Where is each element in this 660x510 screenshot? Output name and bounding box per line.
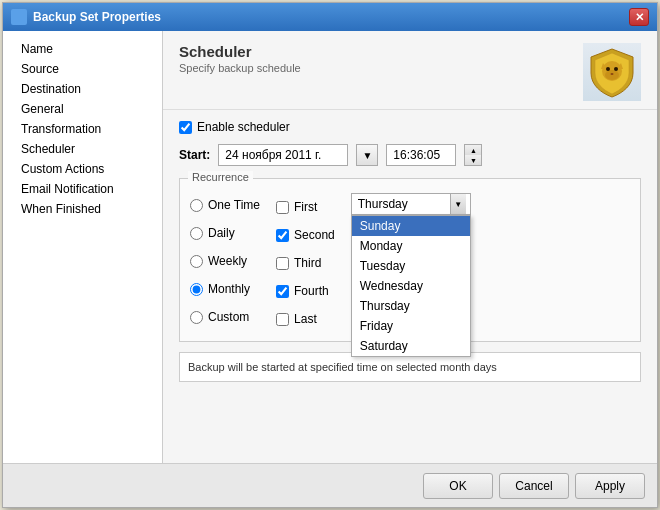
svg-point-6 <box>614 67 618 71</box>
day-dropdown-list: Sunday Monday Tuesday Wednesday Thursday… <box>351 215 471 357</box>
recurrence-body: One Time Daily Weekly <box>190 193 630 331</box>
checkbox-last[interactable] <box>276 313 289 326</box>
shield-icon <box>583 43 641 101</box>
sidebar-item-scheduler[interactable]: Scheduler <box>3 139 162 159</box>
main-window: Backup Set Properties ✕ NameSourceDestin… <box>2 2 658 508</box>
sidebar-item-transformation[interactable]: Transformation <box>3 119 162 139</box>
day-dropdown[interactable]: Thursday ▼ <box>351 193 471 215</box>
close-button[interactable]: ✕ <box>629 8 649 26</box>
checkbox-row-last: Last <box>276 307 335 331</box>
start-label: Start: <box>179 148 210 162</box>
recurrence-dropdown-column: Thursday ▼ Sunday Monday Tuesday Wednesd… <box>351 193 471 331</box>
main-panel: Scheduler Specify backup schedule <box>163 31 657 463</box>
radio-row-custom: Custom <box>190 305 260 329</box>
sidebar-item-custom-actions[interactable]: Custom Actions <box>3 159 162 179</box>
dropdown-item-friday[interactable]: Friday <box>352 316 470 336</box>
time-spinner: ▲ ▼ <box>464 144 482 166</box>
panel-header: Scheduler Specify backup schedule <box>163 31 657 110</box>
dropdown-item-wednesday[interactable]: Wednesday <box>352 276 470 296</box>
start-row: Start: 24 ноября 2011 г. ▼ 16:36:05 ▲ ▼ <box>179 144 641 166</box>
sidebar-item-email-notification[interactable]: Email Notification <box>3 179 162 199</box>
date-field[interactable]: 24 ноября 2011 г. <box>218 144 348 166</box>
radio-weekly[interactable] <box>190 255 203 268</box>
radio-custom[interactable] <box>190 311 203 324</box>
sidebar-item-when-finished[interactable]: When Finished <box>3 199 162 219</box>
checkbox-second-label: Second <box>294 228 335 242</box>
checkbox-last-label: Last <box>294 312 317 326</box>
panel-title-area: Scheduler Specify backup schedule <box>179 43 301 74</box>
sidebar-item-name[interactable]: Name <box>3 39 162 59</box>
sidebar: NameSourceDestinationGeneralTransformati… <box>3 31 163 463</box>
checkbox-row-second: Second <box>276 223 335 247</box>
radio-row-one-time: One Time <box>190 193 260 217</box>
title-bar-content: Backup Set Properties <box>11 9 161 25</box>
sidebar-item-general[interactable]: General <box>3 99 162 119</box>
svg-point-5 <box>606 67 610 71</box>
radio-one-time-label: One Time <box>208 198 260 212</box>
radio-weekly-label: Weekly <box>208 254 247 268</box>
recurrence-checkbox-column: First Second Third <box>276 193 335 331</box>
cancel-button[interactable]: Cancel <box>499 473 569 499</box>
radio-one-time[interactable] <box>190 199 203 212</box>
calendar-button[interactable]: ▼ <box>356 144 378 166</box>
radio-monthly-label: Monthly <box>208 282 250 296</box>
spin-down-button[interactable]: ▼ <box>465 155 481 165</box>
enable-scheduler-label: Enable scheduler <box>197 120 290 134</box>
radio-daily[interactable] <box>190 227 203 240</box>
radio-row-weekly: Weekly <box>190 249 260 273</box>
checkbox-fourth-label: Fourth <box>294 284 329 298</box>
checkbox-first[interactable] <box>276 201 289 214</box>
time-field[interactable]: 16:36:05 <box>386 144 456 166</box>
checkbox-third[interactable] <box>276 257 289 270</box>
recurrence-legend: Recurrence <box>188 171 253 183</box>
panel-body: Enable scheduler Start: 24 ноября 2011 г… <box>163 110 657 463</box>
dropdown-item-tuesday[interactable]: Tuesday <box>352 256 470 276</box>
checkbox-row-third: Third <box>276 251 335 275</box>
window-title: Backup Set Properties <box>33 10 161 24</box>
checkbox-first-label: First <box>294 200 317 214</box>
radio-daily-label: Daily <box>208 226 235 240</box>
sidebar-item-destination[interactable]: Destination <box>3 79 162 99</box>
checkbox-row-fourth: Fourth <box>276 279 335 303</box>
dropdown-item-thursday[interactable]: Thursday <box>352 296 470 316</box>
day-dropdown-selected: Thursday <box>358 197 408 211</box>
enable-scheduler-row: Enable scheduler <box>179 120 641 134</box>
dropdown-item-saturday[interactable]: Saturday <box>352 336 470 356</box>
dropdown-item-monday[interactable]: Monday <box>352 236 470 256</box>
spin-up-button[interactable]: ▲ <box>465 145 481 155</box>
radio-row-daily: Daily <box>190 221 260 245</box>
day-dropdown-container: Thursday ▼ Sunday Monday Tuesday Wednesd… <box>351 193 471 215</box>
panel-subtitle: Specify backup schedule <box>179 62 301 74</box>
footer: OK Cancel Apply <box>3 463 657 507</box>
recurrence-radio-column: One Time Daily Weekly <box>190 193 260 331</box>
window-icon <box>11 9 27 25</box>
checkbox-second[interactable] <box>276 229 289 242</box>
checkbox-third-label: Third <box>294 256 321 270</box>
radio-row-monthly: Monthly <box>190 277 260 301</box>
checkbox-row-first: First <box>276 195 335 219</box>
checkbox-fourth[interactable] <box>276 285 289 298</box>
recurrence-group: Recurrence One Time Daily <box>179 178 641 342</box>
svg-point-7 <box>611 73 614 75</box>
dropdown-arrow-icon: ▼ <box>450 194 466 214</box>
radio-custom-label: Custom <box>208 310 249 324</box>
ok-button[interactable]: OK <box>423 473 493 499</box>
enable-scheduler-checkbox[interactable] <box>179 121 192 134</box>
apply-button[interactable]: Apply <box>575 473 645 499</box>
radio-monthly[interactable] <box>190 283 203 296</box>
panel-title: Scheduler <box>179 43 301 60</box>
sidebar-item-source[interactable]: Source <box>3 59 162 79</box>
title-bar: Backup Set Properties ✕ <box>3 3 657 31</box>
date-value: 24 ноября 2011 г. <box>225 148 321 162</box>
dropdown-item-sunday[interactable]: Sunday <box>352 216 470 236</box>
time-value: 16:36:05 <box>393 148 440 162</box>
content-area: NameSourceDestinationGeneralTransformati… <box>3 31 657 463</box>
